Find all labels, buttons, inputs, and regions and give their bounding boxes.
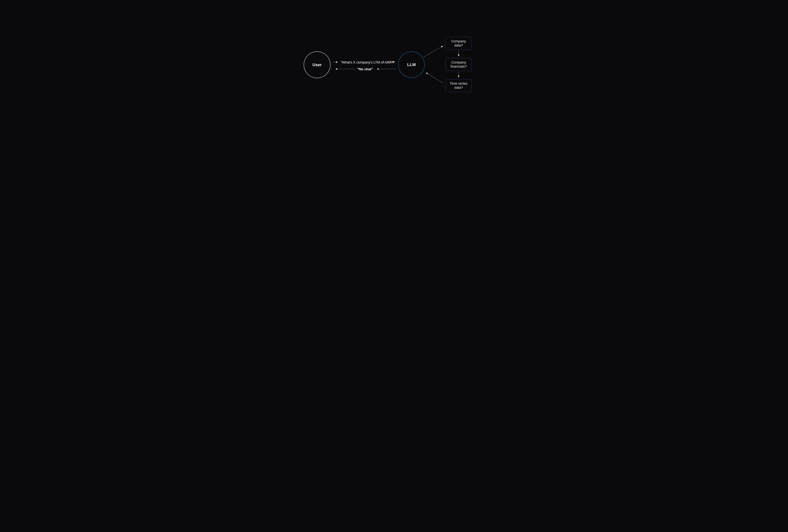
box-label: Time series data? <box>447 81 470 90</box>
llm-node: LLM <box>398 52 425 78</box>
user-node: User <box>304 52 331 78</box>
arrow-box3-to-llm <box>426 73 443 83</box>
query-message: "What's X company's LTM of ARR?" <box>341 60 395 64</box>
box-company-financials: Company financials? <box>446 58 472 71</box>
box-label: Company data? <box>447 39 470 47</box>
user-label: User <box>313 62 322 67</box>
box-label: Company financials? <box>447 60 470 68</box>
diagram-canvas: User LLM Company data? Company financial… <box>273 0 515 136</box>
llm-label: LLM <box>407 62 416 67</box>
box-time-series-data: Time series data? <box>446 79 472 92</box>
arrow-llm-to-box1 <box>424 46 443 57</box>
response-message: "No clue" <box>357 67 373 71</box>
box-company-data: Company data? <box>446 37 472 50</box>
